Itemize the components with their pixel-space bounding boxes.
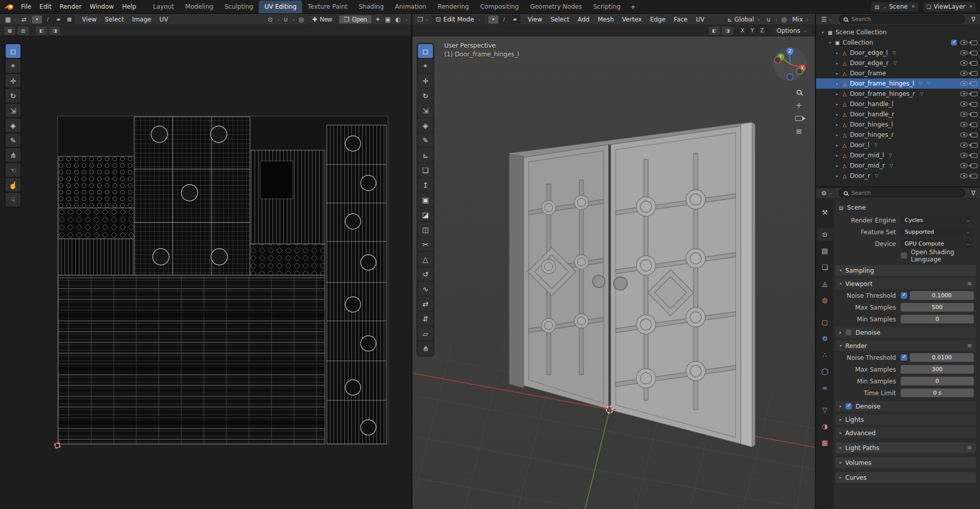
disclosure-icon[interactable]: ▾ [826,40,833,45]
disclosure-icon[interactable]: ▸ [833,123,841,127]
disable-in-render-icon[interactable] [971,71,977,76]
workspace-tab-modeling[interactable]: Modeling [180,1,219,13]
denoise-panel-header[interactable]: ▸ Denoise [836,401,976,412]
min-samples-field[interactable]: 0 [901,315,974,323]
outliner-row-door-edge-r[interactable]: ▸△Door_edge_r▽ [816,58,980,68]
min-samples-field[interactable]: 0 [901,377,974,385]
snap-settings-button[interactable]: ◨ [722,27,733,35]
noise-threshold-field[interactable]: 0.1000 [910,291,974,300]
pin-image-icon[interactable]: ✦ [373,15,382,24]
disclosure-icon[interactable]: ▸ [833,71,841,76]
transform-orientation-dropdown[interactable]: ⊾ Global ⌄ [724,16,763,23]
disclosure-icon[interactable]: ▸ [833,51,841,55]
outliner-search[interactable] [839,15,965,24]
hide-in-viewport-icon[interactable] [960,142,968,148]
outliner-row-door-r[interactable]: ▸△Door_r▽ [816,171,980,181]
exclude-checkbox[interactable] [951,39,957,46]
outliner-row-door-mid-r[interactable]: ▸△Door_mid_r▽ [816,160,980,171]
viewport-tool-loop-cut[interactable]: ◫ [418,222,433,236]
mirror-axis-x[interactable]: X [738,27,747,35]
noise-threshold-checkbox[interactable] [901,354,907,361]
properties-tab-world[interactable]: ◍ [817,294,833,307]
disable-in-render-icon[interactable] [971,133,977,137]
uv-menu-image[interactable]: Image [128,14,156,25]
filter-icon[interactable]: ∇ [970,16,977,23]
viewport-denoise-checkbox[interactable] [845,329,852,336]
noise-threshold-checkbox[interactable] [901,292,907,299]
viewport-tool-spin[interactable]: ↺ [418,267,433,281]
snap-toggle-button[interactable]: ∪ [765,15,773,24]
preset-menu-icon[interactable]: ≡ [967,342,972,349]
outliner-row-collection[interactable]: ▾▣Collection [816,37,980,48]
properties-tab-render[interactable]: ⊙ [817,228,833,241]
volumes-panel-header[interactable]: ▸ Volumes [836,457,976,468]
viewport-tool-bevel[interactable]: ◪ [418,208,433,221]
properties-tab-output[interactable]: ▤ [817,245,833,257]
hide-in-viewport-icon[interactable] [960,153,968,158]
workspace-tab-sculpting[interactable]: Sculpting [219,1,259,13]
viewlayer-selector[interactable]: ❏ ViewLayer ✕ [924,2,976,12]
disable-in-render-icon[interactable] [971,174,977,178]
properties-search-input[interactable] [851,190,961,196]
outliner-row-door-hinges-r[interactable]: ▸△Door_hinges_r [816,130,980,140]
hide-in-viewport-icon[interactable] [960,50,968,55]
workspace-tab-texture-paint[interactable]: Texture Paint [302,1,353,13]
new-image-button[interactable]: ✚ New [307,15,337,24]
edge-select-button[interactable]: ∕ [499,15,509,24]
disclosure-icon[interactable]: ▸ [833,92,841,96]
uv-tool-scale[interactable]: ⇲ [6,104,20,117]
viewport-tool-add-cube[interactable]: ❏ [418,163,433,177]
workspace-tab-scripting[interactable]: Scripting [588,1,626,13]
hide-in-viewport-icon[interactable] [960,112,968,117]
disable-in-render-icon[interactable] [971,92,977,96]
properties-tab-texture[interactable]: ▩ [817,436,833,449]
workspace-tab-geometry-nodes[interactable]: Geometry Nodes [525,1,588,13]
properties-tab-constraints[interactable]: ∞ [817,381,833,394]
viewport-menu-add[interactable]: Add [574,14,594,25]
uv-select-island-button[interactable]: ▩ [64,15,74,24]
properties-tab-modifiers[interactable]: ⚙ [817,332,833,345]
viewport-tool-smooth[interactable]: ∿ [418,282,433,296]
disclosure-icon[interactable]: ▾ [819,30,826,35]
outliner-row-door-frame-hinges-l[interactable]: ▸△Door_frame_hinges_l▽▽ [816,78,980,89]
pan-hand-icon[interactable]: ✛ [796,101,802,109]
workspace-tab-uv-editing[interactable]: UV Editing [259,1,302,13]
disable-in-render-icon[interactable] [971,164,977,168]
unlink-scene-icon[interactable]: ✕ [911,4,915,9]
workspace-tab-rendering[interactable]: Rendering [432,1,474,13]
disclosure-icon[interactable]: ▸ [833,112,841,117]
viewport-tool-scale[interactable]: ⇲ [418,104,433,117]
disable-in-render-icon[interactable] [971,40,977,45]
viewport-tool-rip-region[interactable]: ⋔ [418,341,433,355]
viewport-tool-transform[interactable]: ◈ [418,118,433,132]
viewport-tool-inset-faces[interactable]: ▣ [418,193,433,207]
hide-in-viewport-icon[interactable] [960,101,968,107]
viewport-tool-poly-build[interactable]: △ [418,252,433,266]
camera-view-icon[interactable] [795,116,803,121]
viewport-tool-rotate[interactable]: ↻ [418,89,433,103]
time-limit-field[interactable]: 0 s [901,389,974,397]
render-subpanel-header[interactable]: ▾ Render ≡ [836,340,976,351]
viewport-tool-edge-slide[interactable]: ⇄ [418,297,433,311]
uv-select-face-button[interactable]: ▰ [53,15,64,24]
uv-tool-pinch[interactable]: ☟ [6,193,20,207]
hide-in-viewport-icon[interactable] [960,91,968,96]
advanced-panel-header[interactable]: ▸ Advanced [836,427,976,438]
hide-in-viewport-icon[interactable] [960,163,968,168]
workspace-tab-shading[interactable]: Shading [353,1,389,13]
menu-window[interactable]: Window [86,2,118,12]
workspace-tab-compositing[interactable]: Compositing [474,1,524,13]
viewport-editor-type-button[interactable]: ❒ ⌄ [415,15,430,24]
options-button[interactable]: Options ⌄ [773,26,811,35]
disable-in-render-icon[interactable] [971,82,977,86]
disable-in-render-icon[interactable] [971,61,977,66]
viewport-menu-select[interactable]: Select [546,14,573,25]
mirror-axis-y[interactable]: Y [748,27,757,35]
viewport-tool-move[interactable]: ✛ [418,74,433,88]
open-image-button[interactable]: ❒ Open [339,15,372,24]
outliner-row-door-handle-l[interactable]: ▸△Door_handle_l [816,99,980,109]
workspace-tab-layout[interactable]: Layout [148,1,180,13]
disclosure-icon[interactable]: ▸ [833,174,841,178]
menu-file[interactable]: File [17,2,35,12]
properties-tab-object[interactable]: ▢ [817,316,833,329]
